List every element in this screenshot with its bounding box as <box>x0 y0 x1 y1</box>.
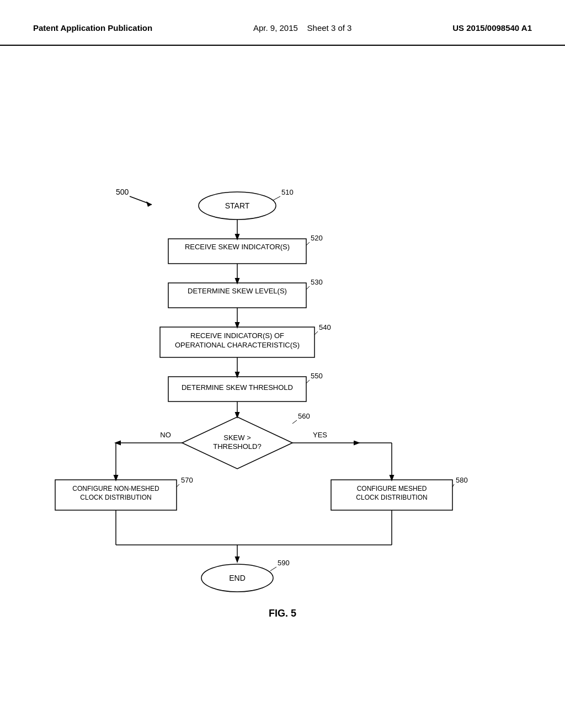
node-530-label: DETERMINE SKEW LEVEL(S) <box>188 287 287 295</box>
node-570-label-1: CONFIGURE NON-MESHED <box>72 485 159 493</box>
node-520-label: RECEIVE SKEW INDICATOR(S) <box>185 243 290 251</box>
patent-number: US 2015/0098540 A1 <box>452 23 532 33</box>
svg-line-6 <box>306 242 310 245</box>
svg-line-12 <box>315 331 318 335</box>
node-570-label-2: CLOCK DISTRIBUTION <box>80 494 151 501</box>
svg-line-34 <box>270 567 276 571</box>
node-580-label-2: CLOCK DISTRIBUTION <box>356 494 427 501</box>
header-center: Apr. 9, 2015 Sheet 3 of 3 <box>253 22 351 34</box>
ref-540: 540 <box>319 323 331 331</box>
publication-date: Apr. 9, 2015 <box>253 23 298 33</box>
ref-510: 510 <box>281 188 294 196</box>
fig-label: FIG. 5 <box>269 608 296 619</box>
ref-590: 590 <box>278 559 290 567</box>
flowchart-svg: 500 START 510 RECEIVE SKEW INDICATOR(S) … <box>0 46 565 652</box>
end-node-label: END <box>229 574 246 582</box>
page: Patent Application Publication Apr. 9, 2… <box>0 0 565 728</box>
node-550-label: DETERMINE SKEW THRESHOLD <box>182 383 293 392</box>
page-header: Patent Application Publication Apr. 9, 2… <box>0 0 565 46</box>
yes-label: YES <box>313 431 327 439</box>
ref-550: 550 <box>311 372 323 380</box>
ref-560: 560 <box>298 412 310 420</box>
publication-label: Patent Application Publication <box>33 23 152 33</box>
node-540-label-1: RECEIVE INDICATOR(S) OF <box>190 331 284 340</box>
figure-caption: FIG. 5 <box>269 608 296 619</box>
svg-line-3 <box>273 196 280 200</box>
sheet-info: Sheet 3 of 3 <box>307 23 352 33</box>
svg-line-15 <box>306 380 310 383</box>
ref-580: 580 <box>456 476 468 484</box>
diagram-label: 500 <box>116 188 129 196</box>
svg-line-18 <box>292 420 297 424</box>
ref-530: 530 <box>311 278 323 286</box>
node-580-label-1: CONFIGURE MESHED <box>357 485 427 493</box>
header-right: US 2015/0098540 A1 <box>452 22 532 34</box>
ref-570: 570 <box>181 476 193 484</box>
node-560-label-1: SKEW > <box>223 433 251 442</box>
svg-line-9 <box>306 286 310 290</box>
ref-520: 520 <box>311 234 323 242</box>
header-left: Patent Application Publication <box>33 22 152 34</box>
node-540-label-2: OPERATIONAL CHARACTERISTIC(S) <box>175 341 300 349</box>
no-label: NO <box>160 431 171 439</box>
node-560-label-2: THRESHOLD? <box>213 442 261 451</box>
diagram-area: 500 START 510 RECEIVE SKEW INDICATOR(S) … <box>0 46 565 652</box>
start-node-label: START <box>225 201 250 210</box>
